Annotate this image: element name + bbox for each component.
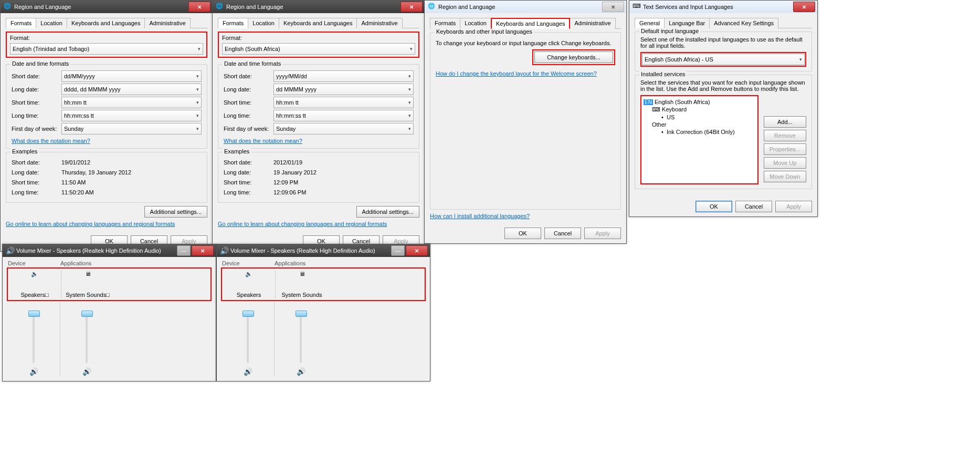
window-title: Volume Mixer - Speakers (Realtek High De…	[16, 247, 177, 254]
short-time-select[interactable]: hh:mm tt	[61, 97, 202, 108]
short-time-select[interactable]: hh:mm tt	[273, 97, 414, 108]
tree-us[interactable]: • US	[642, 113, 756, 121]
long-time-select[interactable]: hh:mm:ss tt	[273, 110, 414, 121]
ok-button[interactable]: OK	[504, 228, 541, 239]
go-online-link[interactable]: Go online to learn about changing langua…	[218, 221, 387, 227]
slider-thumb[interactable]	[243, 311, 254, 317]
kb-text: To change your keyboard or input languag…	[436, 40, 615, 46]
app-volume-slider[interactable]	[86, 312, 88, 363]
minimize-button[interactable]: —	[177, 245, 191, 256]
default-language-select[interactable]: English (South Africa) - US	[642, 54, 805, 65]
mute-icon[interactable]: 🔊	[9, 367, 58, 376]
additional-languages-link[interactable]: How can I install additional languages?	[430, 213, 530, 219]
format-select[interactable]: English (South Africa)	[222, 43, 415, 55]
services-tree-highlight: EN English (South Africa) ⌨ Keyboard • U…	[640, 95, 758, 184]
device-speakers[interactable]: 🔈 Speakers□	[10, 271, 59, 298]
close-button[interactable]: ✕	[406, 245, 428, 256]
fdow-select[interactable]: Sunday	[61, 123, 202, 135]
ex-ld-v: Thursday, 19 January 2012	[61, 169, 202, 176]
mute-icon[interactable]: 🔊	[276, 367, 325, 376]
tab-formats[interactable]: Formats	[218, 18, 248, 28]
welcome-screen-link[interactable]: How do I change the keyboard layout for …	[436, 70, 597, 77]
long-time-select[interactable]: hh:mm:ss tt	[61, 110, 202, 121]
short-date-select[interactable]: dd/MM/yyyy	[61, 70, 202, 82]
tab-admin[interactable]: Administrative	[356, 18, 402, 28]
device-volume-slider[interactable]	[247, 312, 249, 363]
move-down-button[interactable]: Move Down	[764, 171, 806, 182]
titlebar[interactable]: 🔊 Volume Mixer - Speakers (Realtek High …	[3, 244, 216, 257]
tab-keyboards[interactable]: Keyboards and Languages	[67, 18, 145, 28]
tab-advanced[interactable]: Advanced Key Settings	[709, 18, 778, 28]
titlebar[interactable]: 🌐 Region and Language ✕	[1, 1, 213, 13]
slider-thumb[interactable]	[81, 311, 93, 317]
properties-button[interactable]: Properties...	[764, 143, 806, 155]
long-date-select[interactable]: dddd, dd MMMM yyyy	[61, 84, 202, 95]
move-up-button[interactable]: Move Up	[764, 157, 806, 169]
tab-admin[interactable]: Administrative	[570, 18, 615, 29]
slider-thumb[interactable]	[28, 311, 40, 317]
tab-location[interactable]: Location	[36, 18, 67, 28]
mute-icon[interactable]: 🔊	[62, 367, 111, 376]
tab-keyboards[interactable]: Keyboards and Languages	[491, 18, 571, 29]
close-button[interactable]: ✕	[401, 2, 423, 12]
close-button[interactable]: ✕	[192, 245, 214, 256]
mute-icon[interactable]: 🔊	[223, 367, 272, 376]
slider-thumb[interactable]	[296, 311, 307, 317]
tab-admin[interactable]: Administrative	[144, 18, 190, 28]
app-volume-slider[interactable]	[300, 312, 302, 363]
tab-formats[interactable]: Formats	[6, 18, 36, 28]
notation-link[interactable]: What does the notation mean?	[12, 138, 90, 144]
titlebar[interactable]: 🌐 Region and Language ✕	[213, 1, 425, 13]
tree-keyboard[interactable]: ⌨ Keyboard	[642, 106, 756, 113]
globe-icon: 🌐	[216, 3, 224, 11]
ex-st-v: 11:50 AM	[61, 179, 202, 185]
app-system-sounds[interactable]: 🖥 System Sounds□	[63, 271, 112, 298]
close-button[interactable]: ✕	[793, 2, 815, 12]
app-system-sounds[interactable]: 🖥 System Sounds	[277, 271, 326, 298]
additional-settings-button[interactable]: Additional settings...	[356, 206, 419, 218]
change-keyboards-button[interactable]: Change keyboards...	[534, 51, 613, 63]
device-volume-slider[interactable]	[33, 312, 35, 363]
text-services-window: ⌨ Text Services and Input Languages ✕ Ge…	[629, 0, 818, 217]
apply-button[interactable]: Apply	[584, 228, 621, 239]
close-button[interactable]: ✕	[188, 2, 210, 12]
services-tree[interactable]: EN English (South Africa) ⌨ Keyboard • U…	[641, 96, 757, 183]
ex-sd-l: Short date:	[224, 159, 273, 166]
tab-keyboards[interactable]: Keyboards and Languages	[279, 18, 357, 28]
add-button[interactable]: Add...	[764, 116, 806, 128]
minimize-button[interactable]: —	[391, 245, 405, 256]
remove-button[interactable]: Remove	[764, 130, 806, 141]
ex-sd-v: 19/01/2012	[61, 159, 202, 166]
ex-lt-v: 11:50:20 AM	[61, 189, 202, 195]
tab-location[interactable]: Location	[248, 18, 279, 28]
short-date-select[interactable]: yyyy/MM/dd	[273, 70, 414, 82]
format-section-highlight: Format: English (Trinidad and Tobago)	[6, 32, 207, 58]
go-online-link[interactable]: Go online to learn about changing langua…	[6, 221, 175, 227]
tab-formats[interactable]: Formats	[430, 18, 460, 29]
tree-ink[interactable]: • Ink Correction (64Bit Only)	[642, 128, 756, 136]
additional-settings-button[interactable]: Additional settings...	[144, 206, 207, 218]
device-speakers[interactable]: 🔈 Speakers	[224, 271, 273, 298]
tab-language-bar[interactable]: Language Bar	[664, 18, 710, 28]
tab-general[interactable]: General	[635, 18, 665, 28]
ok-button[interactable]: OK	[696, 201, 732, 212]
cancel-button[interactable]: Cancel	[544, 228, 581, 239]
titlebar[interactable]: 🔊 Volume Mixer - Speakers (Realtek High …	[217, 244, 430, 257]
fdow-select[interactable]: Sunday	[273, 123, 414, 135]
close-button[interactable]: ✕	[602, 2, 624, 12]
titlebar[interactable]: ⌨ Text Services and Input Languages ✕	[629, 1, 817, 13]
long-date-select[interactable]: dd MMMM yyyy	[273, 84, 414, 95]
titlebar[interactable]: 🌐 Region and Language ✕	[425, 1, 626, 13]
apply-button[interactable]: Apply	[775, 201, 812, 212]
long-time-label: Long time:	[12, 112, 61, 119]
tree-other[interactable]: Other	[642, 121, 756, 128]
format-select[interactable]: English (Trinidad and Tobago)	[10, 43, 203, 55]
notation-link[interactable]: What does the notation mean?	[224, 138, 302, 144]
long-date-label: Long date:	[224, 86, 273, 92]
separator	[274, 302, 275, 376]
ex-lt-l: Long time:	[12, 189, 61, 195]
tab-location[interactable]: Location	[460, 18, 491, 29]
tree-lang[interactable]: EN English (South Africa)	[642, 98, 756, 106]
inst-title: Installed services	[639, 71, 687, 77]
cancel-button[interactable]: Cancel	[735, 201, 772, 212]
